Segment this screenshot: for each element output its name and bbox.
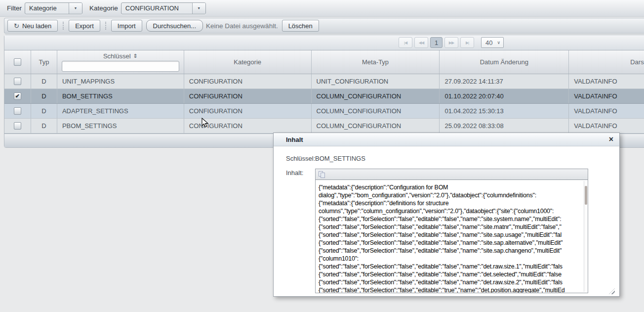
pagination: |◀ ◀◀ 1 ▶▶ ▶| 40 ∨ — [399, 37, 504, 48]
cell-darstellung: VALDATAINFO — [569, 119, 644, 133]
header-checkbox-cell — [4, 50, 31, 74]
filter-category-value: Kategorie — [25, 3, 69, 14]
cell-schluessel: UNIT_MAPPINGS — [57, 74, 184, 89]
cell-darstellung: VALDATAINFO — [569, 74, 644, 89]
kategorie-value: CONFIGURATION — [121, 3, 192, 14]
checkbox-cell: ✔ — [4, 89, 31, 103]
cell-datum: 27.09.2022 14:11:37 — [440, 74, 569, 89]
scrollbar-track[interactable] — [584, 181, 587, 292]
schluessel-value: BOM_SETTINGS — [315, 155, 365, 162]
table-row[interactable]: D PBOM_SETTINGS CONFIGURATION COLUMN_CON… — [4, 119, 644, 134]
no-file-selected-text: Keine Datei ausgewählt. — [206, 22, 278, 30]
cell-kategorie: CONFIGURATION — [184, 104, 312, 118]
checkbox-cell — [4, 104, 31, 118]
table-row[interactable]: D UNIT_MAPPINGS CONFIGURATION UNIT_CONFI… — [4, 74, 644, 89]
pager-first-button[interactable]: |◀ — [399, 37, 412, 48]
column-header-typ[interactable]: Typ — [31, 50, 57, 74]
table-row[interactable]: D ADAPTER_SETTINGS CONFIGURATION COLUMN_… — [4, 104, 644, 119]
column-header-meta-typ[interactable]: Meta-Typ — [312, 50, 440, 74]
checkbox-cell — [4, 119, 31, 133]
column-header-darstellung[interactable]: Darstellung — [569, 50, 644, 74]
resize-handle-icon[interactable] — [609, 288, 615, 294]
kategorie-dropdown[interactable]: CONFIGURATION ▼ — [121, 2, 206, 14]
browse-file-button[interactable]: Durchsuchen... — [146, 20, 203, 32]
import-button[interactable]: Import — [111, 20, 142, 32]
pager-next-button[interactable]: ▶▶ — [444, 37, 458, 48]
inhalt-dialog: Inhalt × Schlüssel: BOM_SETTINGS Inhalt:… — [273, 133, 620, 297]
sort-icon[interactable]: ⇕ — [133, 53, 138, 59]
cell-schluessel: BOM_SETTINGS — [57, 89, 184, 103]
toolbar-separator — [105, 22, 106, 30]
cell-schluessel: ADAPTER_SETTINGS — [57, 104, 184, 118]
pager-page-button[interactable]: 1 — [430, 37, 443, 48]
checkbox-cell — [4, 74, 31, 89]
schluessel-header-label: Schlüssel — [103, 52, 131, 60]
select-all-checkbox[interactable] — [14, 58, 21, 66]
table-row-selected[interactable]: ✔ D BOM_SETTINGS CONFIGURATION COLUMN_CO… — [4, 89, 644, 104]
filter-bar: Filter Kategorie ▼ Kategorie CONFIGURATI… — [0, 0, 644, 17]
close-icon[interactable]: × — [609, 135, 613, 143]
cell-meta-typ: COLUMN_CONFIGURATION — [312, 119, 440, 133]
column-header-kategorie[interactable]: Kategorie — [184, 50, 312, 74]
row-checkbox[interactable] — [14, 107, 21, 115]
cell-typ: D — [31, 119, 57, 133]
schluessel-filter-input[interactable] — [62, 61, 179, 72]
column-header-datum[interactable]: Datum Änderung — [440, 50, 569, 74]
cell-kategorie: CONFIGURATION — [184, 89, 312, 103]
inhalt-label: Inhalt: — [286, 169, 303, 177]
kategorie-label: Kategorie — [89, 4, 118, 12]
row-checkbox-checked[interactable]: ✔ — [14, 92, 21, 100]
chevron-down-icon: ∨ — [497, 40, 500, 45]
filter-category-dropdown[interactable]: Kategorie ▼ — [25, 2, 82, 14]
filter-label: Filter — [7, 4, 22, 12]
cell-datum: 01.10.2022 20:07:40 — [440, 89, 569, 103]
cell-datum: 01.04.2022 15:30:13 — [440, 104, 569, 118]
content-toolbar — [316, 169, 588, 180]
cell-darstellung: VALDATAINFO — [569, 89, 644, 103]
cell-typ: D — [31, 74, 57, 89]
column-header-schluessel[interactable]: Schlüssel ⇕ — [57, 50, 184, 74]
chevron-down-icon[interactable]: ▼ — [192, 3, 205, 14]
pager-prev-button[interactable]: ◀◀ — [414, 37, 428, 48]
export-button[interactable]: Export — [69, 20, 100, 32]
pager-last-button[interactable]: ▶| — [460, 37, 474, 48]
reload-label: Neu laden — [22, 22, 51, 30]
scrollbar-thumb[interactable] — [585, 186, 587, 205]
dialog-title: Inhalt — [286, 136, 303, 143]
dialog-titlebar: Inhalt × — [274, 133, 619, 146]
reload-button[interactable]: ↻ Neu laden — [7, 20, 58, 32]
toolbar-separator — [63, 22, 64, 30]
cell-typ: D — [31, 89, 57, 103]
reload-icon: ↻ — [14, 22, 19, 30]
cell-meta-typ: COLUMN_CONFIGURATION — [312, 104, 440, 118]
table-header: Typ Schlüssel ⇕ Kategorie Meta-Typ Datum… — [4, 50, 644, 74]
row-checkbox[interactable] — [14, 78, 21, 85]
cell-meta-typ: COLUMN_CONFIGURATION — [312, 89, 440, 103]
cell-meta-typ: UNIT_CONFIGURATION — [312, 74, 440, 89]
cell-schluessel: PBOM_SETTINGS — [57, 119, 184, 133]
page-size-value: 40 — [485, 39, 492, 46]
content-box: {"metadata":{"description":"Configuratio… — [315, 169, 588, 293]
check-icon: ✔ — [15, 93, 20, 99]
toolbar: ↻ Neu laden Export Import Durchsuchen...… — [4, 18, 644, 34]
page-size-select[interactable]: 40 ∨ — [481, 37, 504, 48]
pager-band: |◀ ◀◀ 1 ▶▶ ▶| 40 ∨ — [4, 35, 644, 50]
cell-kategorie: CONFIGURATION — [184, 74, 312, 89]
copy-icon[interactable] — [319, 171, 325, 178]
cell-darstellung: VALDATAINFO — [569, 104, 644, 118]
chevron-down-icon[interactable]: ▼ — [69, 3, 82, 14]
row-checkbox[interactable] — [14, 122, 21, 130]
data-grid: |◀ ◀◀ 1 ▶▶ ▶| 40 ∨ Typ Schlüssel ⇕ — [4, 35, 644, 148]
mouse-cursor — [201, 118, 208, 128]
cell-datum: 25.09.2022 08:33:08 — [440, 119, 569, 133]
schluessel-label: Schlüssel: — [286, 155, 315, 162]
cell-typ: D — [31, 104, 57, 118]
content-text[interactable]: {"metadata":{"description":"Configuratio… — [316, 180, 583, 293]
delete-button[interactable]: Löschen — [282, 20, 319, 32]
